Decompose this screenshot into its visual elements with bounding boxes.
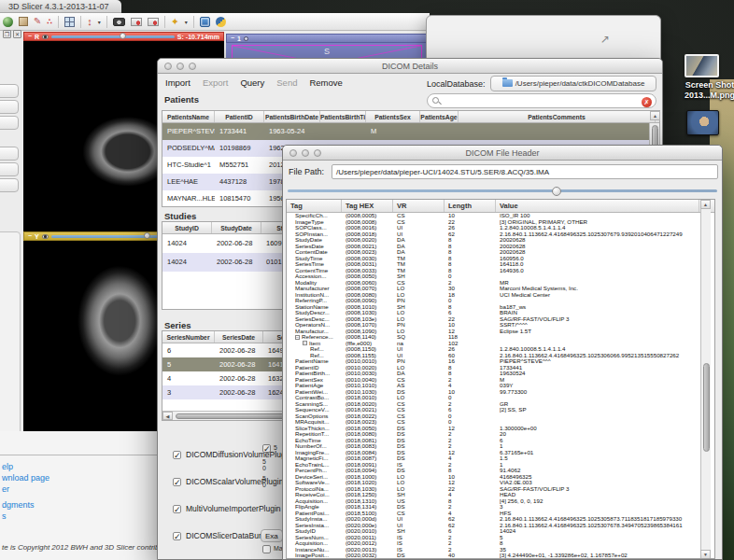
compare-collapse-icon[interactable]: −	[231, 35, 234, 42]
python-console-icon[interactable]	[216, 17, 226, 27]
red-slice-slider[interactable]	[51, 35, 175, 38]
column-header-patientsage[interactable]: PatientsAge	[420, 111, 459, 122]
about-link[interactable]: elp	[2, 462, 13, 471]
file-index-slider[interactable]	[288, 189, 717, 192]
tag-row[interactable]: ImagePosit...(0020,0032)DS40[3] 4.244490…	[287, 553, 714, 558]
query-action[interactable]: Query	[240, 77, 264, 88]
plugin-checkbox-MultiVolumeImporterPlugin[interactable]: ✓MultiVolumeImporterPlugin	[173, 504, 281, 513]
sliver-text: 5	[262, 475, 266, 482]
close-window-icon[interactable]	[164, 63, 172, 70]
clear-search-icon[interactable]: ✗	[642, 97, 652, 107]
module-panel-button[interactable]	[0, 178, 19, 192]
yellow-collapse-icon[interactable]: −	[28, 232, 32, 240]
red-visibility-eye-icon[interactable]	[42, 35, 49, 39]
patients-scroll-up-icon[interactable]: ▲	[650, 111, 660, 120]
series-select-checkbox[interactable]: ✓ 5	[262, 444, 283, 453]
column-header-seriesnumber[interactable]: SeriesNumber	[162, 331, 215, 343]
crosshair-icon[interactable]: ✦	[171, 17, 179, 27]
collapse-expander-icon[interactable]: −	[295, 335, 300, 340]
tag-scrollbar-thumb[interactable]	[703, 363, 710, 452]
module-panel-button[interactable]	[0, 147, 19, 161]
file-header-titlebar[interactable]: DICOM File Header	[283, 146, 722, 161]
slice-visibility-icon[interactable]: ↕	[87, 17, 92, 27]
checkbox-icon[interactable]	[262, 545, 271, 553]
checkbox-icon[interactable]: ✓	[173, 451, 181, 459]
tag-column-header-tag-hex[interactable]: Tag HEX	[342, 200, 393, 212]
desktop-screenshot-file-label[interactable]: Screen Shot 2013...M.png	[667, 80, 734, 101]
minimize-window-icon[interactable]	[302, 149, 309, 157]
module-panel-button[interactable]	[0, 100, 19, 114]
series-hscrollbar-thumb[interactable]	[176, 413, 288, 419]
import-action[interactable]: Import	[165, 77, 191, 88]
column-header-studyid[interactable]: StudyID	[162, 222, 212, 233]
tag-column-header-tag[interactable]: Tag	[287, 200, 342, 212]
dropdown-caret-icon[interactable]: ▾	[98, 19, 101, 25]
column-header-patientssex[interactable]: PatientsSex	[366, 111, 420, 122]
column-header-patientid[interactable]: PatientID	[215, 111, 264, 122]
screenshot-icon[interactable]	[113, 18, 125, 26]
column-header-patientscomments[interactable]: PatientsComments	[459, 111, 656, 122]
collapse-expander-icon[interactable]: −	[303, 341, 307, 345]
patient-search-input[interactable]: ✗	[427, 93, 656, 108]
patient-row[interactable]: PIEPER^STEVE^^^17334411963-05-24M	[162, 123, 659, 140]
panel-close-icon[interactable]: ✕	[13, 30, 21, 38]
red-slice-controller[interactable]: − R S: -10.714mm	[23, 32, 224, 41]
compare-gear-icon[interactable]	[244, 36, 248, 41]
tag-table-scrollbar[interactable]: ▲ ▼	[700, 200, 711, 559]
scene-view-capture-icon[interactable]	[131, 18, 142, 26]
expand-icon[interactable]: ↗	[600, 33, 610, 46]
checkbox-icon[interactable]: ✓	[173, 478, 181, 486]
modules-icon[interactable]	[3, 17, 13, 27]
tag-scroll-up-icon[interactable]: ▲	[700, 200, 711, 209]
minimize-window-icon[interactable]	[176, 63, 184, 70]
compare-slice-view[interactable]: S	[226, 43, 428, 58]
module-panel-button[interactable]	[0, 162, 19, 176]
file-path-field[interactable]: /Users/pieper/data/pieper-UCI/14024.STU/…	[332, 164, 718, 179]
mouse-interaction-icon[interactable]: ✎	[34, 17, 41, 26]
extension-manager-icon[interactable]	[200, 17, 210, 27]
panel-restore-icon[interactable]: ❐	[3, 30, 11, 38]
compare-slice-controller[interactable]: − 1	[226, 34, 428, 43]
close-window-icon[interactable]	[289, 149, 297, 157]
column-header-studydate[interactable]: StudyDate	[212, 222, 261, 233]
tag-scroll-down-icon[interactable]: ▼	[700, 550, 711, 559]
about-link[interactable]: s	[2, 511, 7, 521]
examine-button[interactable]: Exa	[261, 529, 283, 542]
layout-icon[interactable]	[64, 17, 75, 27]
scene-view-restore-icon[interactable]	[148, 18, 159, 26]
load-data-icon[interactable]	[19, 17, 28, 26]
checkbox-icon[interactable]: ✓	[173, 532, 181, 540]
dropdown-caret-icon[interactable]: ▾	[185, 19, 188, 25]
cell: 5	[162, 357, 215, 371]
make-checkbox[interactable]: Ma	[262, 545, 283, 553]
column-header-seriesdate[interactable]: SeriesDate	[215, 331, 263, 343]
red-slider-thumb[interactable]	[120, 33, 126, 39]
checkbox-icon[interactable]: ✓	[262, 444, 271, 453]
markups-fiducial-icon[interactable]: ∴	[47, 18, 52, 26]
file-index-slider-handle[interactable]	[552, 187, 561, 196]
desktop-screenshot-file-icon[interactable]	[685, 54, 719, 77]
checkbox-icon[interactable]: ✓	[173, 505, 181, 513]
series-scroll-left-icon[interactable]: ◀	[162, 412, 173, 420]
about-link[interactable]: er	[2, 484, 9, 494]
sliver-text: 0	[262, 465, 266, 471]
about-link[interactable]: dgments	[2, 500, 35, 510]
tag-column-header-vr[interactable]: VR	[393, 200, 445, 212]
remove-action[interactable]: Remove	[309, 77, 342, 88]
module-panel-button[interactable]	[0, 84, 19, 98]
tag-column-header-value[interactable]: Value	[496, 200, 699, 212]
red-collapse-icon[interactable]: −	[28, 33, 32, 40]
dicom-details-titlebar[interactable]: DICOM Details	[158, 59, 662, 74]
column-header-patientsbirthdate[interactable]: PatientsBirthDate	[264, 111, 320, 122]
about-link[interactable]: wnload page	[2, 473, 49, 483]
yellow-visibility-eye-icon[interactable]	[42, 234, 49, 239]
zoom-window-icon[interactable]	[314, 149, 321, 157]
yellow-slider-thumb[interactable]	[144, 232, 150, 239]
module-panel-button[interactable]	[0, 116, 19, 130]
column-header-patientsbirthtime[interactable]: PatientsBirthTime	[320, 111, 366, 122]
desktop-movie-file-icon[interactable]	[686, 110, 719, 135]
tag-column-header-length[interactable]: Length	[445, 200, 496, 212]
local-database-button[interactable]: /Users/pieper/data/ctkDICOMDatabase	[490, 76, 656, 91]
column-header-patientsname[interactable]: PatientsName	[162, 111, 215, 122]
zoom-window-icon[interactable]	[189, 63, 196, 70]
